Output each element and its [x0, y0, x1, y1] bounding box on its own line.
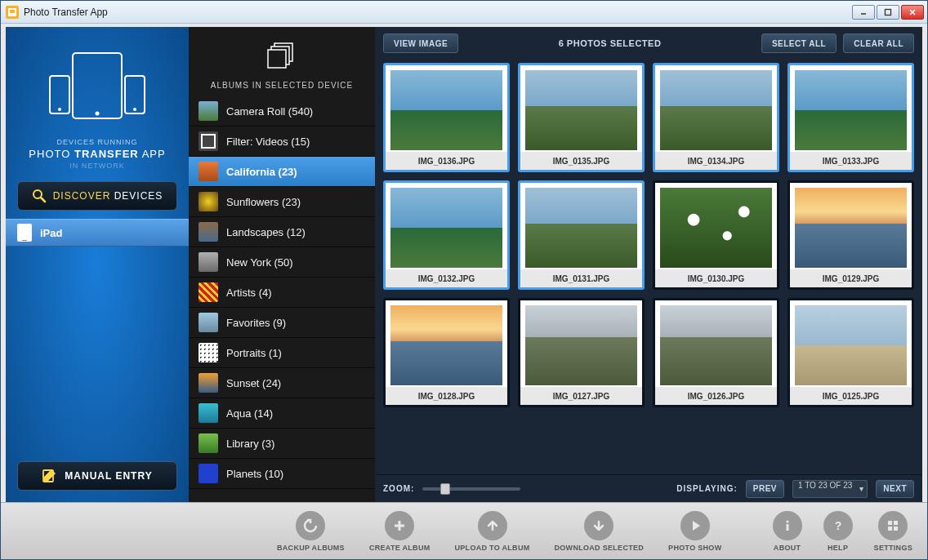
close-button[interactable] — [901, 5, 924, 20]
photo-thumbnail[interactable]: IMG_0134.JPG — [653, 63, 779, 172]
photo-thumbnail[interactable]: IMG_0128.JPG — [383, 298, 510, 407]
upload-icon — [478, 511, 507, 540]
album-label: Planets (10) — [226, 468, 283, 480]
album-thumbnail — [199, 252, 218, 272]
next-page-button[interactable]: NEXT — [876, 480, 914, 498]
photo-thumbnail[interactable]: IMG_0135.JPG — [518, 63, 645, 172]
album-item[interactable]: Aqua (14) — [189, 398, 375, 429]
photo-caption: IMG_0132.JPG — [386, 269, 507, 287]
edit-icon — [42, 469, 56, 483]
settings-button[interactable]: SETTINGS — [874, 511, 912, 552]
about-button[interactable]: ABOUT — [773, 511, 802, 552]
app-icon — [6, 6, 19, 19]
album-list[interactable]: Camera Roll (540)Filter: Videos (15)Cali… — [189, 96, 375, 502]
prev-page-button[interactable]: PREV — [746, 480, 784, 498]
minimize-button[interactable] — [852, 5, 875, 20]
svg-rect-3 — [886, 9, 891, 15]
photo-image — [390, 305, 502, 385]
photo-grid: IMG_0136.JPGIMG_0135.JPGIMG_0134.JPGIMG_… — [383, 63, 914, 407]
photo-show-button[interactable]: PHOTO SHOW — [668, 511, 721, 552]
album-label: Sunset (24) — [226, 377, 281, 389]
upload-to-album-button[interactable]: UPLOAD TO ALBUM — [455, 511, 530, 552]
clear-all-button[interactable]: CLEAR ALL — [843, 33, 914, 53]
help-button[interactable]: ? HELP — [823, 511, 853, 552]
album-label: Camera Roll (540) — [226, 105, 313, 118]
app-name-label: PHOTO TRANSFER APP — [6, 148, 189, 160]
photo-caption: IMG_0125.JPG — [790, 387, 912, 405]
albums-header-label: ALBUMS IN SELECTED DEVICE — [189, 81, 375, 90]
photo-thumbnail[interactable]: IMG_0127.JPG — [518, 298, 645, 407]
plus-icon — [385, 511, 414, 540]
photo-image — [525, 70, 637, 150]
album-item[interactable]: Camera Roll (540) — [189, 96, 375, 127]
photo-image — [795, 305, 907, 385]
bottom-toolbar: BACKUP ALBUMS CREATE ALBUM UPLOAD TO ALB… — [1, 502, 927, 559]
device-name: iPad — [40, 227, 62, 239]
svg-rect-23 — [888, 521, 892, 525]
album-item[interactable]: Landscapes (12) — [189, 217, 375, 247]
album-label: Artists (4) — [226, 287, 272, 299]
album-thumbnail — [199, 192, 218, 211]
album-label: Library (3) — [226, 438, 274, 450]
photo-caption: IMG_0126.JPG — [655, 387, 777, 405]
view-image-button[interactable]: VIEW IMAGE — [383, 33, 458, 53]
album-item[interactable]: Sunflowers (23) — [189, 187, 375, 217]
backup-albums-button[interactable]: BACKUP ALBUMS — [277, 511, 345, 552]
album-item[interactable]: Favorites (9) — [189, 308, 375, 338]
album-item[interactable]: Planets (10) — [189, 459, 375, 489]
photo-caption: IMG_0130.JPG — [655, 269, 777, 287]
album-label: California (23) — [226, 166, 297, 178]
download-icon — [584, 511, 613, 540]
album-label: Filter: Videos (15) — [226, 136, 310, 148]
photo-thumbnail[interactable]: IMG_0130.JPG — [653, 180, 779, 290]
album-thumbnail — [199, 222, 218, 242]
zoom-slider-thumb[interactable] — [440, 483, 450, 495]
manual-entry-button[interactable]: MANUAL ENTRY — [17, 461, 177, 491]
album-thumbnail — [199, 433, 218, 453]
photo-thumbnail[interactable]: IMG_0132.JPG — [383, 180, 510, 290]
album-thumbnail — [199, 162, 218, 181]
device-list: iPad — [6, 219, 189, 453]
photo-thumbnail[interactable]: IMG_0125.JPG — [787, 298, 914, 407]
photo-thumbnail[interactable]: IMG_0136.JPG — [383, 63, 510, 172]
album-item[interactable]: Portraits (1) — [189, 338, 375, 368]
page-range-select[interactable]: 1 TO 23 OF 23 ▾ — [792, 480, 868, 498]
photo-thumbnail[interactable]: IMG_0126.JPG — [653, 298, 779, 407]
photo-caption: IMG_0131.JPG — [520, 269, 642, 287]
chevron-down-icon: ▾ — [859, 484, 863, 493]
album-item[interactable]: California (23) — [189, 157, 375, 187]
device-item[interactable]: iPad — [6, 219, 189, 247]
album-thumbnail — [199, 313, 218, 332]
download-selected-button[interactable]: DOWNLOAD SELECTED — [555, 511, 645, 552]
photo-thumbnail[interactable]: IMG_0133.JPG — [787, 63, 914, 172]
window-title: Photo Transfer App — [24, 7, 108, 18]
album-item[interactable]: Artists (4) — [189, 278, 375, 308]
titlebar: Photo Transfer App — [1, 1, 927, 24]
photo-image — [660, 305, 772, 385]
play-icon — [680, 511, 710, 540]
grid-icon — [878, 511, 908, 540]
photo-thumbnail[interactable]: IMG_0129.JPG — [787, 180, 914, 290]
photo-grid-scroll[interactable]: IMG_0136.JPGIMG_0135.JPGIMG_0134.JPGIMG_… — [375, 60, 922, 474]
album-item[interactable]: New York (50) — [189, 247, 375, 278]
album-item[interactable]: Library (3) — [189, 429, 375, 459]
maximize-button[interactable] — [877, 5, 899, 20]
create-album-button[interactable]: CREATE ALBUM — [369, 511, 431, 552]
photo-thumbnail[interactable]: IMG_0131.JPG — [518, 180, 645, 290]
devices-illustration — [40, 47, 154, 131]
svg-point-9 — [58, 108, 61, 111]
album-item[interactable]: Filter: Videos (15) — [189, 127, 375, 157]
discover-devices-button[interactable]: DISCOVER DEVICES — [17, 181, 177, 211]
photo-caption: IMG_0128.JPG — [386, 387, 507, 405]
select-all-button[interactable]: SELECT ALL — [761, 33, 837, 53]
zoom-label: ZOOM: — [383, 484, 414, 493]
album-label: Portraits (1) — [226, 347, 282, 359]
album-item[interactable]: Sunset (24) — [189, 368, 375, 398]
album-thumbnail — [199, 282, 218, 302]
album-thumbnail — [199, 373, 218, 393]
albums-panel: ALBUMS IN SELECTED DEVICE Camera Roll (5… — [189, 27, 375, 502]
photo-image — [390, 188, 502, 268]
zoom-slider[interactable] — [422, 487, 520, 491]
photo-image — [525, 305, 637, 385]
search-icon — [32, 189, 47, 203]
